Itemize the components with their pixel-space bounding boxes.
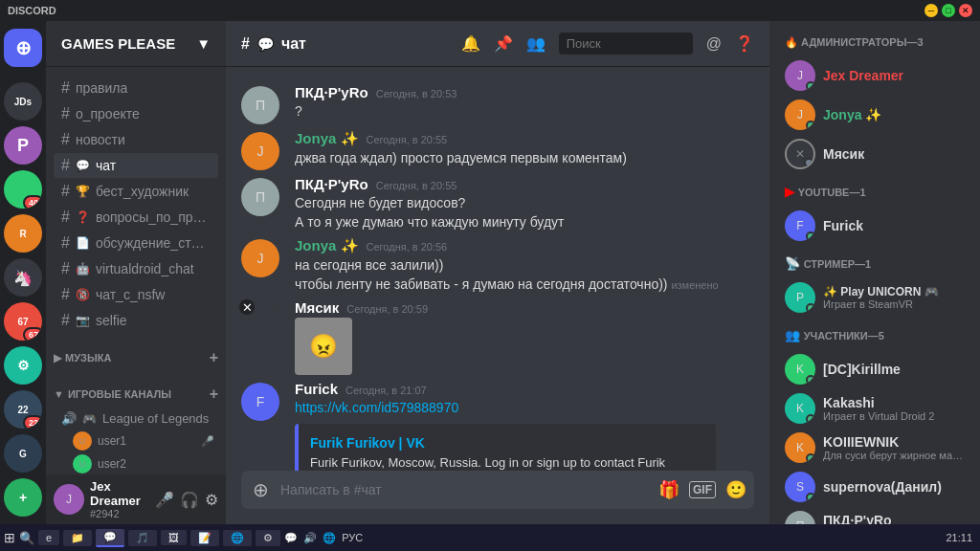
server-icon-teal[interactable]: ⚙ <box>4 346 42 385</box>
voice-channel-lol: 🔊 🎮 League of Legends U user1 🎤 U <box>54 408 218 474</box>
channel-item-best-artist[interactable]: # 🏆 бест_художник <box>54 179 218 204</box>
channel-item-articles[interactable]: # 📄 обсуждение_статей <box>54 231 218 255</box>
status-indicator <box>806 303 815 313</box>
server-icon-badge2[interactable]: 67 67 <box>4 302 42 341</box>
message-author[interactable]: Jonya ✨ <box>295 237 359 254</box>
server-icon-orange[interactable]: R <box>4 214 42 253</box>
message-input[interactable] <box>280 473 651 507</box>
message-group-6: F Furick Сегодня, в 21:07 https://vk.com… <box>226 379 769 471</box>
channel-item-pravila[interactable]: # правила <box>54 76 218 100</box>
message-author[interactable]: ПКД·Р'уRо <box>295 176 368 192</box>
message-avatar[interactable]: J <box>241 132 279 170</box>
member-pkd[interactable]: П ПКД·Р'уRо Тінь <box>777 507 972 524</box>
taskbar-item-settings[interactable]: ⚙ <box>256 530 280 546</box>
server-icon-dark[interactable]: G <box>4 434 42 473</box>
member-info: [DC]Kirillme <box>823 362 965 377</box>
user-settings-button[interactable]: ⚙ <box>205 491 218 509</box>
deafen-button[interactable]: 🎧 <box>180 491 199 509</box>
user-avatar[interactable]: J <box>54 484 84 515</box>
voice-channel-header[interactable]: 🔊 🎮 League of Legends <box>54 408 218 430</box>
gif-button[interactable]: GIF <box>689 481 716 498</box>
message-avatar[interactable]: J <box>241 239 279 277</box>
member-kirillme[interactable]: K [DC]Kirillme <box>777 350 972 388</box>
embed-title[interactable]: Furik Furikov | VK <box>310 435 704 451</box>
start-button[interactable]: ⊞ <box>4 530 15 545</box>
close-button[interactable]: ✕ <box>959 4 972 17</box>
message-author[interactable]: ПКД·Р'уRо <box>295 84 368 100</box>
channel-hash-icon: # <box>61 234 70 252</box>
message-author[interactable]: Jonya ✨ <box>295 130 359 147</box>
titlebar-left: DISCORD <box>8 5 56 16</box>
channel-add-icon[interactable]: 👤+ <box>188 159 211 173</box>
taskbar: ⊞ 🔍 e 📁 💬 🎵 🖼 📝 🌐 ⚙ 💬 🔊 🌐 РУС 21:11 <box>0 524 980 551</box>
member-furick[interactable]: F Furick <box>777 207 972 245</box>
taskbar-item-discord[interactable]: 💬 <box>96 529 124 547</box>
selfie-settings-icon[interactable]: ⚙ <box>199 314 211 328</box>
server-icon-games[interactable]: JDs <box>4 82 42 121</box>
message-avatar[interactable]: П <box>241 86 279 124</box>
channel-settings-icon[interactable]: ⚙ <box>172 159 184 173</box>
server-icon-green[interactable]: + <box>4 478 42 517</box>
category-add-icon[interactable]: + <box>210 349 218 366</box>
taskbar-item-chrome[interactable]: 🌐 <box>223 530 252 546</box>
category-label: ИГРОВЫЕ КАНАЛЫ <box>68 388 171 400</box>
channel-item-vdroid[interactable]: # 🤖 virtualdroid_chat <box>54 256 218 281</box>
taskbar-item-photo[interactable]: 🖼 <box>161 530 187 545</box>
server-header[interactable]: GAMES PLEASE ▼ <box>46 21 226 67</box>
member-supernova[interactable]: S supernova(Данил) <box>777 468 972 506</box>
bell-icon[interactable]: 🔔 <box>461 34 480 53</box>
gift-icon[interactable]: 🎁 <box>658 479 679 500</box>
member-jonya[interactable]: J Jonya ✨ <box>777 96 972 134</box>
member-kakashi[interactable]: K Kakashi Играет в Virtual Droid 2 <box>777 389 972 428</box>
taskbar-item-music[interactable]: 🎵 <box>128 530 157 546</box>
user-avatar-text: J <box>66 493 72 506</box>
taskbar-item-pdf[interactable]: 📝 <box>190 530 219 546</box>
channel-item-selfie[interactable]: # 📷 selfie ⚙ <box>54 308 218 333</box>
user-bar: J Jex Dreamer #2942 🎤 🎧 ⚙ <box>46 474 226 524</box>
taskbar-item-files[interactable]: 📁 <box>63 530 92 546</box>
pin-icon[interactable]: 📌 <box>494 34 513 53</box>
add-attachment-button[interactable]: ⊕ <box>249 471 273 509</box>
message-avatar[interactable]: П <box>241 178 279 216</box>
channel-item-questions[interactable]: # ❓ вопросы_по_проекту <box>54 205 218 230</box>
category-gaming[interactable]: ▼ ИГРОВЫЕ КАНАЛЫ + <box>46 370 226 407</box>
systray-rus: РУС <box>342 532 363 543</box>
server-icon-badge3[interactable]: 22 22 <box>4 390 42 429</box>
member-name: [DC]Kirillme <box>823 362 965 377</box>
flame-icon: 🔥 <box>785 36 801 48</box>
voice-users: U user1 🎤 U user2 U user3 <box>54 430 218 474</box>
app: DISCORD ─ □ ✕ ⊕ JDs P 40 R <box>0 0 980 551</box>
channel-item-news[interactable]: # новости <box>54 127 218 152</box>
search-button[interactable]: 🔍 <box>19 531 34 545</box>
category-music[interactable]: ▶ МУЗЫКА + <box>46 334 226 370</box>
member-unicorn[interactable]: P ✨ Play UNICORN 🎮 Играет в SteamVR <box>777 278 972 317</box>
mute-button[interactable]: 🎤 <box>155 491 174 509</box>
systray-network: 🌐 <box>323 532 336 544</box>
search-input[interactable] <box>559 33 693 55</box>
message-author[interactable]: Furick <box>295 381 338 397</box>
emoji-button[interactable]: 🙂 <box>725 479 746 500</box>
member-myasik[interactable]: ✕ Мясик <box>777 135 972 173</box>
message-author[interactable]: Мясик <box>295 299 339 316</box>
members-icon[interactable]: 👥 <box>526 34 546 53</box>
channel-item-chat[interactable]: # 💬 чат ⚙ 👤+ <box>54 153 218 178</box>
member-jex[interactable]: J Jex Dreamer <box>777 56 972 95</box>
maximize-button[interactable]: □ <box>942 4 955 17</box>
member-koiiiewnik[interactable]: K KOIIIEWNIK Для суси берут жирное мас..… <box>777 429 972 467</box>
taskbar-item-edge[interactable]: e <box>38 530 59 545</box>
link-embed: Furik Furikov | VK Furik Furikov, Moscow… <box>295 424 716 471</box>
server-icon-unicorn[interactable]: 🦄 <box>4 258 42 297</box>
systray-discord: 💬 <box>284 532 298 544</box>
channel-item-about[interactable]: # о_проекте <box>54 101 218 126</box>
channel-item-nsfw[interactable]: # 🔞 чат_с_nsfw <box>54 282 218 307</box>
minimize-button[interactable]: ─ <box>924 4 938 17</box>
vk-link[interactable]: https://vk.com/id579888970 <box>295 400 458 415</box>
help-icon[interactable]: ❓ <box>735 34 754 53</box>
message-avatar-deleted[interactable]: ✕ <box>241 301 279 340</box>
server-icon-discord[interactable]: ⊕ <box>4 29 42 67</box>
at-icon[interactable]: @ <box>706 35 722 53</box>
category-add-icon[interactable]: + <box>210 386 218 403</box>
message-avatar[interactable]: F <box>241 383 279 421</box>
server-icon-badge1[interactable]: 40 <box>4 170 42 209</box>
server-icon-p[interactable]: P <box>4 126 42 165</box>
